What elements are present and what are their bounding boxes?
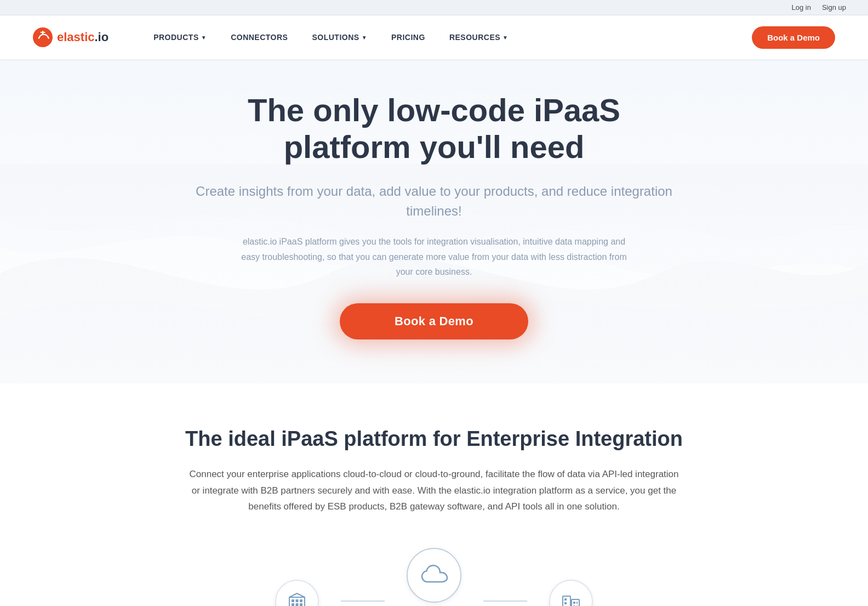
logo-icon	[33, 27, 53, 47]
svg-rect-3	[296, 599, 299, 602]
diagram-building-left-icon	[275, 580, 319, 606]
top-bar: Log in Sign up	[0, 0, 868, 15]
solutions-chevron-icon: ▼	[362, 35, 367, 41]
svg-rect-16	[576, 602, 578, 604]
nav-item-solutions[interactable]: SOLUTIONS ▼	[300, 15, 379, 59]
svg-rect-4	[300, 599, 302, 602]
diagram-node-center: CloudIntegration	[407, 548, 461, 606]
hero-cta-button[interactable]: Book a Demo	[340, 303, 528, 339]
nav-item-resources[interactable]: RESOURCES ▼	[437, 15, 521, 59]
navbar: elastic.io PRODUCTS ▼ CONNECTORS SOLUTIO…	[0, 15, 868, 59]
diagram-line-left	[341, 601, 385, 602]
nav-links: PRODUCTS ▼ CONNECTORS SOLUTIONS ▼ PRICIN…	[141, 15, 752, 59]
nav-item-products[interactable]: PRODUCTS ▼	[141, 15, 219, 59]
hero-section: The only low-code iPaaS platform you'll …	[0, 59, 868, 383]
svg-rect-14	[573, 602, 575, 604]
hero-title: The only low-code iPaaS platform you'll …	[187, 92, 681, 165]
diagram-node-left	[275, 580, 319, 606]
logo[interactable]: elastic.io	[33, 27, 108, 47]
nav-item-connectors[interactable]: CONNECTORS	[219, 15, 300, 59]
svg-rect-11	[564, 598, 567, 601]
diagram-cloud-center-icon	[407, 548, 461, 603]
svg-rect-7	[300, 603, 302, 606]
ideal-section-title: The ideal iPaaS platform for Enterprise …	[33, 427, 835, 451]
nav-book-demo-button[interactable]: Book a Demo	[752, 26, 835, 49]
diagram-line-right	[483, 601, 527, 602]
svg-rect-12	[564, 602, 567, 604]
diagram-building-right-icon	[549, 580, 593, 606]
logo-text: elastic.io	[57, 30, 108, 44]
nav-item-pricing[interactable]: PRICING	[379, 15, 437, 59]
svg-rect-5	[292, 603, 294, 606]
diagram-node-right	[549, 580, 593, 606]
hero-subtitle: Create insights from your data, add valu…	[187, 182, 681, 221]
svg-point-0	[33, 27, 53, 47]
svg-rect-2	[292, 599, 294, 602]
products-chevron-icon: ▼	[201, 35, 207, 41]
signup-link[interactable]: Sign up	[822, 3, 846, 12]
ideal-section: The ideal iPaaS platform for Enterprise …	[0, 383, 868, 606]
hero-content: The only low-code iPaaS platform you'll …	[187, 92, 681, 339]
ideal-section-description: Connect your enterprise applications clo…	[187, 466, 681, 515]
hero-description: elastic.io iPaaS platform gives you the …	[237, 234, 631, 279]
diagram-area: CloudIntegration	[33, 548, 835, 606]
resources-chevron-icon: ▼	[502, 35, 508, 41]
svg-rect-9	[563, 596, 570, 606]
svg-rect-6	[296, 603, 299, 606]
login-link[interactable]: Log in	[791, 3, 810, 12]
